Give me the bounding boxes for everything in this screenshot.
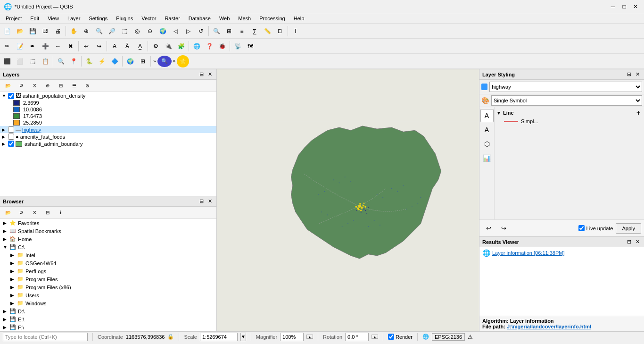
label3-btn[interactable]: A̲ [134,40,146,52]
rotation-input[interactable] [345,333,369,341]
rot-up-btn[interactable]: ▲ [372,335,378,339]
results-close-btn[interactable]: ✕ [634,238,641,246]
save-as-button[interactable]: 🖫 [39,25,51,37]
minimize-button[interactable]: ─ [608,2,618,11]
layers-float-button[interactable]: ⊟ [198,71,205,78]
plugin2-btn[interactable]: 🧩 [175,40,187,52]
layer-selector[interactable]: highway [489,82,642,92]
debug-btn[interactable]: 🐞 [216,40,228,52]
live-update-checkbox[interactable] [578,225,585,231]
new-project-button[interactable]: 📄 [1,25,13,37]
menu-vector[interactable]: Vector [138,15,160,22]
redo-btn[interactable]: ↪ [93,40,105,52]
expand-windows[interactable]: ▶ [10,301,15,306]
edit2-btn[interactable]: ✒ [26,40,39,52]
annotation-button[interactable]: 🗒 [274,25,286,37]
style-tab-symbol[interactable]: A [480,109,494,122]
highlight-btn[interactable]: ⭐ [177,55,189,67]
map-container[interactable] [217,69,479,331]
expand-progfilesx86[interactable]: ▶ [10,285,15,290]
style-tab-label2[interactable]: A [480,123,494,136]
render-checkbox[interactable] [388,334,394,340]
open-layer-btn[interactable]: 📂 [2,80,14,92]
layer-checkbox-admin[interactable] [8,141,14,147]
gps-btn[interactable]: 📡 [231,40,244,52]
style-tab-3d[interactable]: ⬡ [480,137,494,151]
add-feature-btn[interactable]: ➕ [39,40,51,52]
move-btn[interactable]: ↔ [52,40,64,52]
expand-users[interactable]: ▶ [10,293,15,298]
browser-item-osgeo[interactable]: ▶ 📁 OSGeo4W64 [0,259,216,267]
close-button[interactable]: ✕ [631,2,640,11]
expand-dv[interactable]: ▶ [3,309,8,314]
menu-edit[interactable]: Edit [26,15,43,22]
select-btn[interactable]: ⬛ [1,55,13,67]
expand-ev[interactable]: ▶ [3,317,8,322]
scale-input[interactable] [200,333,238,341]
menu-project[interactable]: Project [2,15,25,22]
epsg-badge[interactable]: EPSG:2136 [432,333,465,341]
browser-float-button[interactable]: ⊟ [198,198,205,205]
menu-plugins[interactable]: Plugins [112,15,137,22]
browser-item-progfiles[interactable]: ▶ 📁 Program Files [0,275,216,283]
layer-expand-highway[interactable]: ▶ [2,127,7,132]
print-button[interactable]: 🖨 [52,25,64,37]
collapse-btn[interactable]: ⊕ [41,80,54,92]
warning-btn[interactable]: ⚠ [468,333,473,341]
script-btn[interactable]: ⚙ [149,40,162,52]
zoom-rubber-button[interactable]: ⬚ [118,25,131,37]
style-tab-diagram[interactable]: 📊 [480,151,494,165]
redo-style-btn[interactable]: ↪ [497,222,510,235]
plugin-btn[interactable]: 🔌 [162,40,174,52]
layer-row-ashanti-pop[interactable]: ▼ 🖼 ashanti_population_density [0,92,216,100]
layer-row-admin[interactable]: ▶ ashanti_admin_boundary [0,140,216,147]
apply-button[interactable]: Apply [616,223,641,234]
layer-checkbox-highway[interactable] [8,126,14,133]
layer-edit-btn[interactable]: 📍 [67,55,80,67]
expand-progfiles[interactable]: ▶ [10,277,15,282]
expand-btn[interactable]: ⊟ [55,80,67,92]
form-btn[interactable]: 📋 [39,55,51,67]
layers-close-button[interactable]: ✕ [206,71,214,78]
expand-osgeo[interactable]: ▶ [10,260,15,266]
browser-item-perflogs[interactable]: ▶ 📁 PerfLogs [0,267,216,275]
python-btn[interactable]: 🐍 [83,55,95,67]
layer-expand-ashanti-pop[interactable]: ▼ [2,93,7,98]
browser-item-progfilesx86[interactable]: ▶ 📁 Program Files (x86) [0,283,216,291]
refresh-button[interactable]: ↺ [195,25,207,37]
browser-collapse-btn[interactable]: ⊟ [41,207,54,219]
undo-style-btn[interactable]: ↩ [482,222,495,235]
label-tool-btn[interactable]: A [108,40,121,52]
browser-filter-btn[interactable]: ⧖ [28,207,41,219]
measure-button[interactable]: 📏 [261,25,273,37]
layer-row-amenity[interactable]: ▶ ● amenity_fast_foods [0,133,216,140]
layer-row-highway[interactable]: ▶ — highway [0,126,216,133]
menu-layer[interactable]: Layer [64,15,84,22]
open-project-button[interactable]: 📂 [14,25,26,37]
pan-button[interactable]: ✋ [67,25,80,37]
scale-dropdown-btn[interactable]: ▼ [240,333,246,341]
layer-expand-amenity[interactable]: ▶ [2,134,7,139]
zoom-full-button[interactable]: 🌍 [157,25,169,37]
mag-up-btn[interactable]: ▲ [306,335,313,339]
label-button[interactable]: T [289,25,302,37]
expand-perflogs[interactable]: ▶ [10,268,15,274]
attribute-table-button[interactable]: ⊞ [223,25,235,37]
edit-btn[interactable]: 📝 [14,40,26,52]
undo-btn[interactable]: ↩ [80,40,92,52]
browser-item-dv[interactable]: ▶ 💾 D:\ [0,307,216,315]
browser-item-home[interactable]: ▶ 🏠 Home [0,235,216,243]
calculator-button[interactable]: ∑ [248,25,261,37]
browser-item-ev[interactable]: ▶ 💾 E:\ [0,315,216,323]
browser-add-btn[interactable]: 📂 [2,207,14,219]
browser-item-intel[interactable]: ▶ 📁 Intel [0,251,216,259]
layer-expand-admin[interactable]: ▶ [2,142,7,146]
macro-btn[interactable]: ⚡ [96,55,108,67]
magnifier-input[interactable] [280,333,304,341]
filter-btn[interactable]: ⬚ [26,55,39,67]
expand-intel[interactable]: ▶ [10,252,15,258]
renderer-selector[interactable]: Single Symbol [491,95,642,106]
statistics-button[interactable]: ≡ [236,25,248,37]
menu-view[interactable]: View [44,15,63,22]
menu-raster[interactable]: Raster [161,15,183,22]
